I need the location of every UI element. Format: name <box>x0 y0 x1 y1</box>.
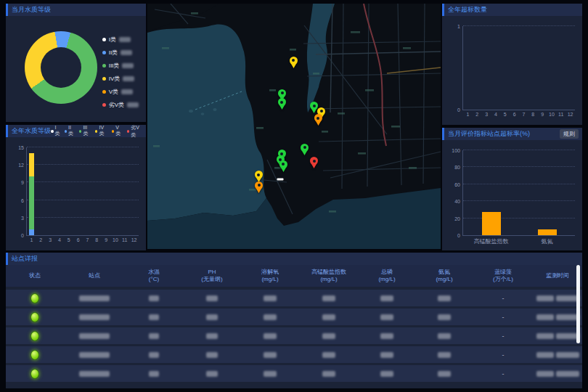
x-tick-label: 1 <box>30 237 33 242</box>
legend-item[interactable]: II类 <box>102 49 139 57</box>
algae-value: - <box>502 332 505 340</box>
panel-header: 当月水质等级 <box>6 4 146 16</box>
x-tick-label: 12 <box>568 112 573 117</box>
rules-button[interactable]: 规则 <box>560 129 579 139</box>
pin-hole <box>281 91 284 94</box>
legend-label: II类 <box>68 125 75 137</box>
panel-title: 当月评价指标站点超标率(%) <box>448 129 530 139</box>
redacted-value <box>438 371 451 377</box>
redacted-value <box>79 371 110 377</box>
pin-tail <box>311 163 317 171</box>
legend-item[interactable]: V类 <box>102 88 139 96</box>
panel-annual-exceed: 全年超标数量 01123456789101112 <box>442 4 582 125</box>
map-pins-layer <box>147 4 441 249</box>
legend-item[interactable]: I类 <box>102 36 139 44</box>
table-cell <box>359 314 415 320</box>
map-pin-green[interactable] <box>277 98 287 110</box>
redacted-value <box>380 314 393 320</box>
bar-segment <box>482 212 501 235</box>
redacted-value <box>536 333 554 339</box>
legend-label: V类 <box>109 88 118 96</box>
legend-item[interactable]: I类 <box>51 125 61 137</box>
legend-item[interactable]: III类 <box>102 62 139 70</box>
redacted-value <box>206 371 218 377</box>
map-pin-green[interactable] <box>279 160 288 173</box>
table-cell <box>183 352 241 358</box>
map[interactable] <box>147 4 441 249</box>
redacted-value <box>438 352 451 358</box>
column-header: 高锰酸盐指数(mg/L) <box>299 265 359 287</box>
legend-dot <box>127 130 130 133</box>
pin-hole <box>257 173 260 176</box>
table-cell <box>415 295 473 301</box>
column-header: 总磷(mg/L) <box>359 265 415 287</box>
legend-item[interactable]: 劣V类 <box>127 125 143 139</box>
table-row[interactable]: - <box>6 309 582 325</box>
legend-item[interactable]: IV类 <box>102 75 139 83</box>
table-cell <box>359 352 415 358</box>
panel-title: 当月水质等级 <box>12 5 51 15</box>
redacted-value <box>536 295 554 301</box>
table-scrollbar[interactable] <box>576 265 580 343</box>
legend-item[interactable]: V类 <box>112 125 123 137</box>
table-cell <box>64 333 125 339</box>
x-tick-label: 4 <box>58 237 61 242</box>
panel-header: 当月评价指标站点超标率(%) 规则 <box>442 128 582 140</box>
y-tick-label: 12 <box>9 163 24 168</box>
redacted-value <box>322 371 335 377</box>
table-cell: - <box>473 332 533 340</box>
table-cell: - <box>473 370 533 377</box>
redacted-value <box>380 352 393 358</box>
y-tick-label: 1 <box>446 24 460 29</box>
gridline <box>463 218 575 219</box>
redacted-value <box>322 295 335 301</box>
panel-annual-quality: 全年水质等级 I类II类III类IV类V类劣V类 036912151234567… <box>6 125 146 250</box>
map-pin-orange[interactable] <box>314 114 323 126</box>
accent-bar <box>6 4 8 16</box>
column-header: 监测时间 <box>533 265 582 287</box>
map-pin-yellow[interactable] <box>289 57 298 69</box>
legend-item[interactable]: II类 <box>65 125 75 137</box>
table-row[interactable]: - <box>6 290 582 306</box>
table-cell <box>183 295 241 301</box>
legend-item[interactable]: III类 <box>79 125 91 137</box>
legend-dot <box>102 38 106 41</box>
table-row[interactable]: - <box>6 365 582 382</box>
y-tick-label: 80 <box>446 165 460 170</box>
x-tick-label: 2 <box>39 237 42 242</box>
status-indicator <box>30 369 39 379</box>
legend-label: IV类 <box>109 75 121 83</box>
table-cell <box>125 295 183 301</box>
bar-segment <box>29 153 34 176</box>
map-pin-green[interactable] <box>300 144 309 156</box>
y-tick-label: 40 <box>446 199 460 204</box>
pin-hole <box>317 117 319 120</box>
table-cell <box>415 352 473 358</box>
donut-legend: I类II类III类IV类V类劣V类 <box>102 36 139 109</box>
column-header: PH(无量纲) <box>183 265 241 287</box>
x-tick-label: 5 <box>68 237 70 242</box>
table-row[interactable]: - <box>6 346 582 363</box>
column-header: 状态 <box>6 265 64 287</box>
month-exceed-rate-chart: 020406080100高锰酸盐指数氨氮 <box>442 140 582 250</box>
column-header-line2: (万个/L) <box>493 276 513 283</box>
legend-dot <box>65 130 68 133</box>
table-cell: - <box>473 295 533 302</box>
table-cell <box>125 371 183 377</box>
map-pin-orange[interactable] <box>254 181 264 194</box>
table-cell <box>359 371 415 377</box>
table-body: ----- <box>6 288 582 388</box>
panel-title: 站点详报 <box>12 254 38 264</box>
legend-item[interactable]: IV类 <box>95 125 108 137</box>
gridline <box>463 150 575 150</box>
legend-value-redacted <box>123 76 134 81</box>
table-header: 状态站点水温(°C)PH(无量纲)溶解氧(mg/L)高锰酸盐指数(mg/L)总磷… <box>6 265 582 287</box>
annual-quality-plot: 03691215123456789101112 <box>26 147 139 236</box>
legend-value-redacted <box>121 89 133 94</box>
column-header: 站点 <box>64 265 125 287</box>
table-cell <box>299 352 359 358</box>
map-pin-red[interactable] <box>309 157 319 169</box>
legend-item[interactable]: 劣V类 <box>102 101 139 109</box>
table-row[interactable]: - <box>6 327 582 344</box>
pin-hole <box>282 163 285 166</box>
